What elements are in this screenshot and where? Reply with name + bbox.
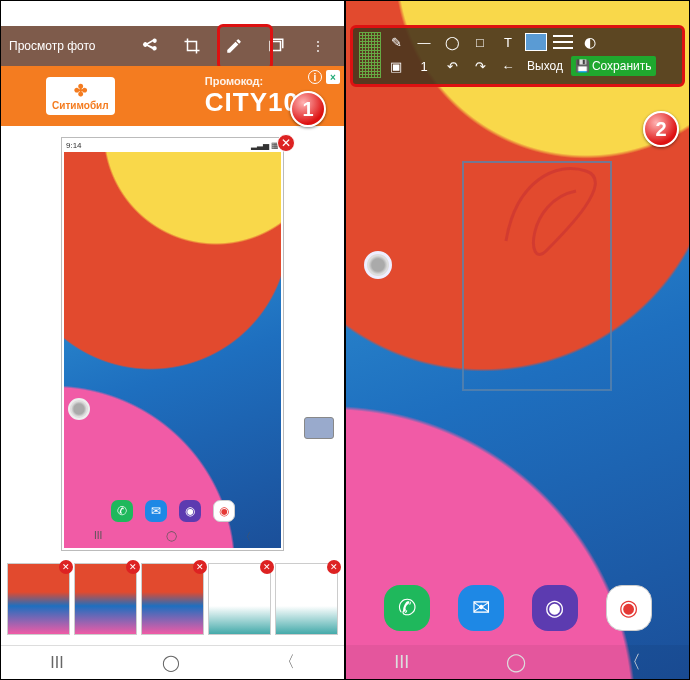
- camera-icon: ◉: [213, 500, 235, 522]
- thumbnail-strip[interactable]: ✕ ✕ ✕ ✕ ✕: [7, 563, 338, 635]
- browser-app-icon[interactable]: ◉: [532, 585, 578, 631]
- thumb-close-icon[interactable]: ✕: [126, 560, 140, 574]
- assistive-touch-icon[interactable]: [68, 398, 90, 420]
- nav-back[interactable]: 〈: [623, 650, 641, 674]
- preview-close-icon[interactable]: ✕: [277, 134, 295, 152]
- camera-app-icon[interactable]: ◉: [606, 585, 652, 631]
- system-navbar: III ◯ 〈: [346, 645, 689, 679]
- rect-tool-icon[interactable]: □: [469, 32, 491, 52]
- step1-highlight-box: [217, 24, 273, 70]
- toolbar-row-1: ✎ — ◯ □ T ◐: [385, 32, 676, 52]
- browser-icon: ◉: [179, 500, 201, 522]
- nav-back[interactable]: 〈: [279, 652, 295, 673]
- step-badge-1: 1: [290, 91, 326, 127]
- thumbnail[interactable]: ✕: [208, 563, 271, 635]
- ad-code: CITY10: [205, 87, 299, 118]
- eyedropper-icon[interactable]: ◐: [579, 32, 601, 52]
- home-dock: ✆ ✉ ◉ ◉: [346, 585, 689, 631]
- thumb-close-icon[interactable]: ✕: [327, 560, 341, 574]
- crop-icon[interactable]: [174, 30, 210, 62]
- thumb-close-icon[interactable]: ✕: [59, 560, 73, 574]
- text-tool-icon[interactable]: T: [497, 32, 519, 52]
- editor-toolbar: ✎ — ◯ □ T ◐ ▣ 1 ↶ ↷ ←: [350, 25, 685, 87]
- thumb-close-icon[interactable]: ✕: [260, 560, 274, 574]
- nav-recents[interactable]: III: [50, 654, 63, 672]
- circle-tool-icon[interactable]: ◯: [441, 32, 463, 52]
- phone-icon: ✆: [111, 500, 133, 522]
- preview-dock: ✆ ✉ ◉ ◉: [62, 500, 283, 522]
- ad-promo-label: Промокод:: [205, 75, 299, 87]
- crop-tool-icon[interactable]: ▣: [385, 56, 407, 76]
- texture-swatch-icon[interactable]: [359, 32, 381, 78]
- more-icon[interactable]: ⋮: [300, 30, 336, 62]
- thumbnail[interactable]: ✕: [74, 563, 137, 635]
- nav-home[interactable]: ◯: [506, 651, 526, 673]
- screenshot-preview[interactable]: 9:14 ▂▃▅ ▦ ✕ ✆ ✉ ◉ ◉ III ◯ 〈: [61, 137, 284, 551]
- preview-statusbar: 9:14 ▂▃▅ ▦: [66, 141, 279, 150]
- thumbnail[interactable]: ✕: [141, 563, 204, 635]
- toolbar-row-2: ▣ 1 ↶ ↷ ← Выход Сохранить: [385, 56, 676, 76]
- panel-photo-editor: ✎ — ◯ □ T ◐ ▣ 1 ↶ ↷ ←: [345, 0, 690, 680]
- line-width-icon[interactable]: [553, 35, 573, 49]
- line-tool-icon[interactable]: —: [413, 32, 435, 52]
- exit-button[interactable]: Выход: [525, 59, 565, 73]
- preview-navbar: III ◯ 〈: [62, 530, 283, 544]
- share-icon[interactable]: [132, 30, 168, 62]
- ad-close-icon[interactable]: ×: [326, 70, 340, 84]
- back-arrow-icon[interactable]: ←: [497, 56, 519, 76]
- thumbnail[interactable]: ✕: [275, 563, 338, 635]
- split-comparison: Просмотр фото ⋮ Ситимобил Промокод: CITY…: [0, 0, 690, 680]
- wallpaper-preview: [64, 152, 281, 548]
- ad-brand: Ситимобил: [46, 77, 114, 115]
- system-navbar: III ◯ 〈: [1, 645, 344, 679]
- nav-home[interactable]: ◯: [162, 653, 180, 672]
- color-swatch-icon[interactable]: [525, 33, 547, 51]
- nav-recents[interactable]: III: [394, 652, 409, 673]
- user-drawn-scribble[interactable]: [496, 141, 616, 261]
- ad-info-icon[interactable]: i: [308, 70, 322, 84]
- message-icon: ✉: [145, 500, 167, 522]
- viewer-toolbar: Просмотр фото ⋮: [1, 26, 344, 66]
- gallery-shortcut-icon[interactable]: [304, 417, 334, 439]
- step-badge-2: 2: [643, 111, 679, 147]
- messages-app-icon[interactable]: ✉: [458, 585, 504, 631]
- one-icon[interactable]: 1: [413, 56, 435, 76]
- phone-app-icon[interactable]: ✆: [384, 585, 430, 631]
- viewer-title: Просмотр фото: [9, 39, 95, 53]
- redo-icon[interactable]: ↷: [469, 56, 491, 76]
- viewer-canvas: 9:14 ▂▃▅ ▦ ✕ ✆ ✉ ◉ ◉ III ◯ 〈: [1, 129, 344, 559]
- panel-photo-viewer: Просмотр фото ⋮ Ситимобил Промокод: CITY…: [0, 0, 345, 680]
- pencil-tool-icon[interactable]: ✎: [385, 32, 407, 52]
- save-button[interactable]: Сохранить: [571, 56, 656, 76]
- thumb-close-icon[interactable]: ✕: [193, 560, 207, 574]
- assistive-touch-icon[interactable]: [364, 251, 392, 279]
- thumbnail[interactable]: ✕: [7, 563, 70, 635]
- undo-icon[interactable]: ↶: [441, 56, 463, 76]
